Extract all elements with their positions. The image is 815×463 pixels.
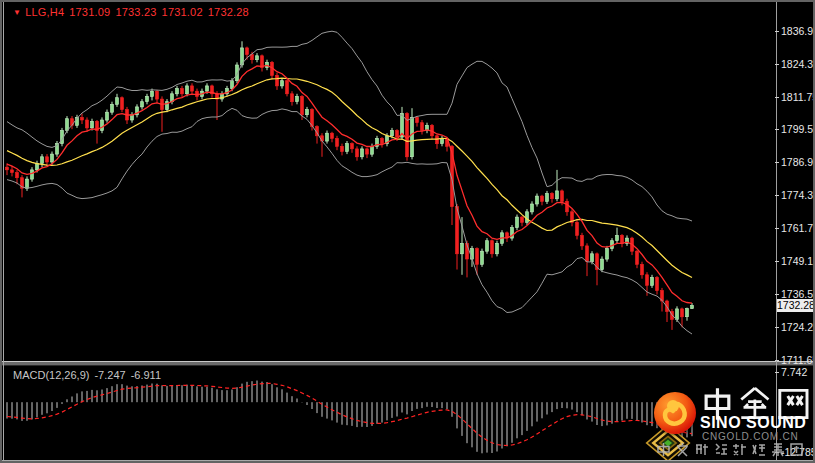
symbol-marker-icon: ▼ <box>13 8 21 17</box>
macd-main-value: -7.247 <box>94 369 125 381</box>
sino-sound-watermark: SINO SOUND CNGOLD.COM.CN <box>640 385 815 461</box>
window-frame-highlight-bottom <box>2 460 813 461</box>
current-price-tag: 1732.28 <box>777 299 814 312</box>
price-tick-label: 1749.10 <box>781 255 815 267</box>
ohlc-high: 1733.23 <box>115 6 156 18</box>
macd-indicator-label: MACD(12,26,9)-7.247-6.911 <box>13 369 166 381</box>
price-chart-canvas[interactable] <box>0 0 815 362</box>
ohlc-low: 1731.02 <box>162 6 203 18</box>
tagline-cn-glyphs <box>656 442 812 458</box>
gold-swirl-icon <box>654 392 696 434</box>
price-tick-label: 1786.90 <box>781 156 815 168</box>
ohlc-close: 1732.28 <box>208 6 249 18</box>
price-tick-label: 1836.95 <box>781 25 815 37</box>
price-tick-label: 1774.30 <box>781 189 815 201</box>
price-tick-label: 1724.25 <box>781 321 815 333</box>
pane-separator[interactable] <box>2 361 813 366</box>
brand-domain-text: CNGOLD.COM.CN <box>702 431 799 442</box>
macd-name: MACD(12,26,9) <box>13 369 89 381</box>
window-frame-highlight-left <box>3 2 4 461</box>
price-tick-label: 1799.50 <box>781 123 815 135</box>
macd-signal-value: -6.911 <box>131 369 161 381</box>
symbol-label: LLG,H4 <box>25 6 64 18</box>
price-tick-label: 1761.70 <box>781 222 815 234</box>
cngold-logo-icon <box>654 392 696 434</box>
chart-ohlc-header: ▼LLG,H41731.091733.231731.021732.28 <box>13 6 254 18</box>
ohlc-open: 1731.09 <box>69 6 110 18</box>
price-tick-label: 1824.35 <box>781 58 815 70</box>
price-tick-label: 1811.75 <box>781 91 815 103</box>
brand-en-text: SINO SOUND <box>700 414 815 432</box>
price-tick-label: 1711.65 <box>781 354 815 366</box>
mt4-chart-window: ▼LLG,H41731.091733.231731.021732.28 1836… <box>0 0 815 463</box>
macd-axis-max: 7.742 <box>781 366 815 378</box>
